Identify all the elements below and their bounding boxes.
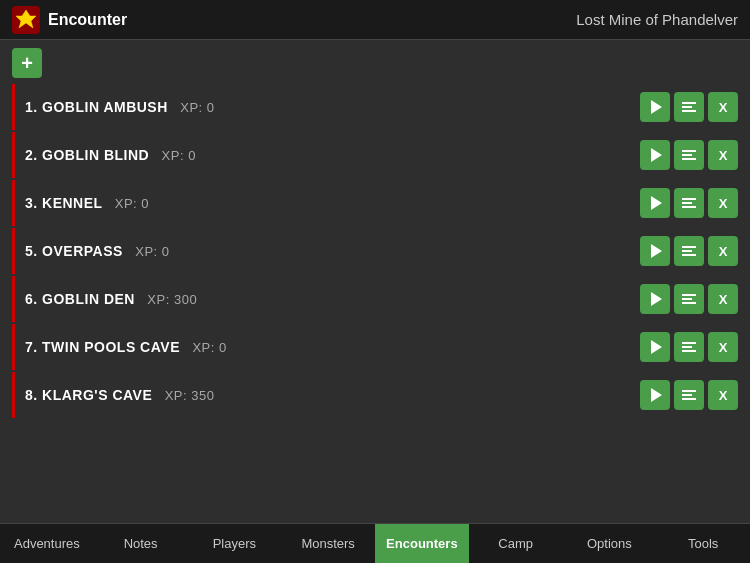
start-encounter-button[interactable] [640,236,670,266]
encounter-name: 8. KLARG'S CAVE XP: 350 [25,387,640,403]
tab-encounters[interactable]: Encounters [375,524,469,563]
encounter-notes-button[interactable] [674,140,704,170]
start-encounter-button[interactable] [640,332,670,362]
tab-notes[interactable]: Notes [94,524,188,563]
tab-tools[interactable]: Tools [656,524,750,563]
encounter-actions: X [640,380,738,410]
delete-encounter-button[interactable]: X [708,92,738,122]
encounter-row: 5. OVERPASS XP: 0 X [12,228,738,274]
encounter-actions: X [640,92,738,122]
play-icon [651,388,662,402]
encounter-row: 6. GOBLIN DEN XP: 300 X [12,276,738,322]
header-left: Encounter [12,6,127,34]
encounter-actions: X [640,236,738,266]
app-icon [12,6,40,34]
play-icon [651,100,662,114]
play-icon [651,340,662,354]
add-button-container: + [12,48,738,78]
tab-adventures[interactable]: Adventures [0,524,94,563]
notes-icon [682,198,696,208]
tab-monsters[interactable]: Monsters [281,524,375,563]
start-encounter-button[interactable] [640,284,670,314]
encounter-actions: X [640,188,738,218]
encounter-xp: XP: 0 [115,196,149,211]
encounter-notes-button[interactable] [674,92,704,122]
encounter-row: 1. GOBLIN AMBUSH XP: 0 X [12,84,738,130]
notes-icon [682,246,696,256]
header: Encounter Lost Mine of Phandelver [0,0,750,40]
play-icon [651,196,662,210]
encounter-row: 8. KLARG'S CAVE XP: 350 X [12,372,738,418]
start-encounter-button[interactable] [640,380,670,410]
play-icon [651,292,662,306]
app-title: Encounter [48,11,127,29]
tab-options[interactable]: Options [563,524,657,563]
notes-icon [682,294,696,304]
start-encounter-button[interactable] [640,188,670,218]
encounter-xp: XP: 300 [147,292,197,307]
encounter-notes-button[interactable] [674,284,704,314]
notes-icon [682,342,696,352]
tab-players[interactable]: Players [188,524,282,563]
encounter-name: 1. GOBLIN AMBUSH XP: 0 [25,99,640,115]
delete-encounter-button[interactable]: X [708,140,738,170]
tab-camp[interactable]: Camp [469,524,563,563]
notes-icon [682,150,696,160]
start-encounter-button[interactable] [640,140,670,170]
play-icon [651,148,662,162]
encounter-actions: X [640,284,738,314]
encounter-name: 7. TWIN POOLS CAVE XP: 0 [25,339,640,355]
encounter-row: 3. KENNEL XP: 0 X [12,180,738,226]
encounter-xp: XP: 0 [180,100,214,115]
start-encounter-button[interactable] [640,92,670,122]
encounter-actions: X [640,140,738,170]
encounter-name: 5. OVERPASS XP: 0 [25,243,640,259]
notes-icon [682,390,696,400]
footer-tabs: AdventuresNotesPlayersMonstersEncounters… [0,523,750,563]
delete-encounter-button[interactable]: X [708,188,738,218]
encounter-name: 2. GOBLIN BLIND XP: 0 [25,147,640,163]
delete-encounter-button[interactable]: X [708,380,738,410]
encounter-xp: XP: 0 [135,244,169,259]
encounter-row: 7. TWIN POOLS CAVE XP: 0 X [12,324,738,370]
encounter-list: 1. GOBLIN AMBUSH XP: 0 X 2. GOBLIN BLIND… [12,84,738,418]
encounter-xp: XP: 350 [165,388,215,403]
delete-encounter-button[interactable]: X [708,284,738,314]
encounter-notes-button[interactable] [674,236,704,266]
encounter-xp: XP: 0 [162,148,196,163]
add-encounter-button[interactable]: + [12,48,42,78]
adventure-title: Lost Mine of Phandelver [576,11,738,28]
encounter-xp: XP: 0 [192,340,226,355]
encounter-notes-button[interactable] [674,380,704,410]
encounter-name: 3. KENNEL XP: 0 [25,195,640,211]
delete-encounter-button[interactable]: X [708,332,738,362]
play-icon [651,244,662,258]
encounter-name: 6. GOBLIN DEN XP: 300 [25,291,640,307]
encounter-row: 2. GOBLIN BLIND XP: 0 X [12,132,738,178]
notes-icon [682,102,696,112]
delete-encounter-button[interactable]: X [708,236,738,266]
encounter-notes-button[interactable] [674,188,704,218]
encounter-actions: X [640,332,738,362]
main-content: + 1. GOBLIN AMBUSH XP: 0 X 2. GOBLIN BLI… [0,40,750,523]
encounter-notes-button[interactable] [674,332,704,362]
